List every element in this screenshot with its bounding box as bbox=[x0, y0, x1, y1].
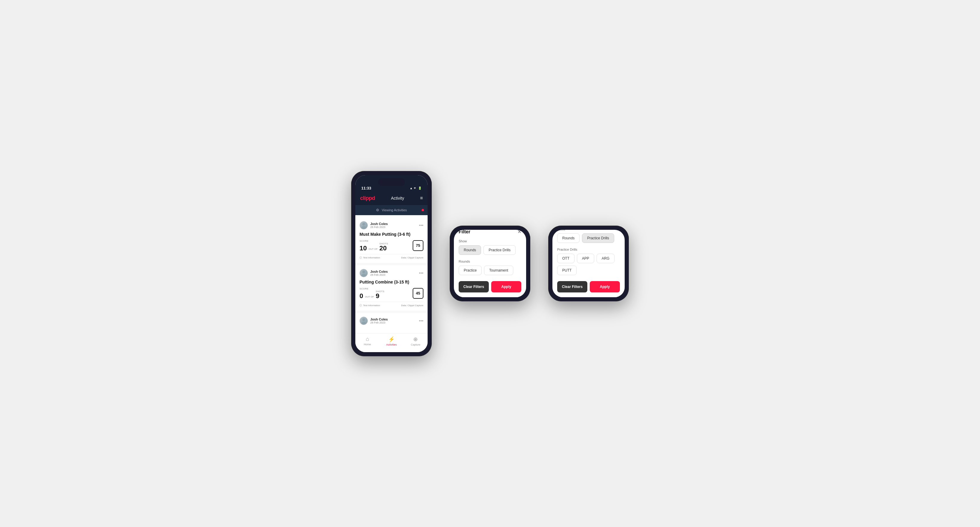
filter-icon: ⚙ bbox=[376, 208, 379, 212]
clear-filters-button[interactable]: Clear Filters bbox=[459, 281, 489, 292]
filter-btn-tournament[interactable]: Tournament bbox=[484, 265, 513, 275]
filter-btn-rounds[interactable]: Rounds bbox=[557, 233, 579, 243]
clear-filters-button[interactable]: Clear Filters bbox=[557, 281, 587, 292]
out-of-label: OUT OF bbox=[369, 248, 377, 250]
filter-btn-arg[interactable]: ARG bbox=[597, 254, 614, 263]
filter-btn-putt[interactable]: PUTT bbox=[557, 265, 577, 275]
user-details: Josh Coles 28 Feb 2023 bbox=[370, 317, 388, 324]
show-buttons: Rounds Practice Drills bbox=[557, 233, 620, 243]
activity-card: Josh Coles 28 Feb 2023 ••• Putting Combi… bbox=[355, 265, 428, 311]
app-header: clippd Activity ≡ bbox=[355, 193, 428, 205]
show-section: Show Rounds Practice Drills bbox=[557, 230, 620, 243]
nav-item-home[interactable]: ⌂ Home bbox=[355, 336, 380, 346]
user-name: Josh Coles bbox=[370, 270, 388, 273]
viewing-activities-bar[interactable]: ⚙ Viewing Activities bbox=[355, 205, 428, 215]
nav-label-home: Home bbox=[364, 343, 371, 346]
more-options-button[interactable]: ••• bbox=[419, 318, 423, 323]
avatar bbox=[360, 317, 368, 325]
activity-card: Josh Coles 28 Feb 2023 ••• bbox=[355, 313, 428, 331]
shots-value: 20 bbox=[380, 245, 388, 252]
nav-item-activities[interactable]: ⚡ Activities bbox=[380, 336, 404, 346]
activity-list: Josh Coles 28 Feb 2023 ••• Must Make Put… bbox=[355, 217, 428, 331]
status-icons: ▲ ᯤ 🔋 bbox=[410, 187, 422, 190]
score-value: 0 bbox=[360, 293, 363, 299]
drills-label: Practice Drills bbox=[557, 248, 620, 251]
card-footer: ⓘ Test Information Data: Clippd Capture bbox=[360, 302, 423, 307]
avatar-image bbox=[360, 221, 368, 229]
filter-btn-app[interactable]: APP bbox=[577, 254, 594, 263]
signal-icon: ▲ bbox=[410, 187, 413, 190]
nav-item-capture[interactable]: ⊕ Capture bbox=[403, 336, 428, 346]
phone-screen: 11:33 ▲ ᯤ 🔋 clippd Activity ≡ ⚙ Viewing … bbox=[552, 230, 625, 297]
dynamic-island bbox=[378, 178, 405, 186]
logo: clippd bbox=[360, 195, 375, 202]
user-info: Josh Coles 28 Feb 2023 bbox=[360, 269, 388, 277]
nav-label-capture: Capture bbox=[411, 343, 420, 346]
shot-quality-badge: 45 bbox=[413, 288, 423, 299]
user-details: Josh Coles 28 Feb 2023 bbox=[370, 270, 388, 276]
show-section: Show Rounds Practice Drills bbox=[459, 239, 521, 255]
nav-label-activities: Activities bbox=[386, 343, 397, 346]
filter-btn-rounds[interactable]: Rounds bbox=[459, 245, 481, 255]
card-footer: ⓘ Test Information Data: Clippd Capture bbox=[360, 254, 423, 259]
user-info: Josh Coles 28 Feb 2023 bbox=[360, 317, 388, 325]
rounds-buttons: Practice Tournament bbox=[459, 265, 521, 275]
more-options-button[interactable]: ••• bbox=[419, 271, 423, 275]
phone-screen: 11:33 ▲ ᯤ 🔋 clippd Activity ≡ ⚙ Viewing … bbox=[355, 175, 428, 352]
notification-dot bbox=[422, 209, 424, 211]
card-header: Josh Coles 28 Feb 2023 ••• bbox=[360, 317, 423, 325]
score-label: Score bbox=[360, 287, 384, 290]
activity-title: Must Make Putting (3-6 ft) bbox=[360, 232, 423, 237]
stats-row: Score 10 OUT OF Shots 20 75 bbox=[360, 240, 423, 252]
footer-info: ⓘ Test Information bbox=[360, 304, 380, 307]
bottom-nav: ⌂ Home ⚡ Activities ⊕ Capture bbox=[355, 333, 428, 352]
score-value: 10 bbox=[360, 245, 367, 252]
score-stat: Score 0 OUT OF Shots 9 bbox=[360, 287, 384, 299]
user-date: 28 Feb 2023 bbox=[370, 225, 388, 229]
filter-btn-practice-drills[interactable]: Practice Drills bbox=[582, 233, 614, 243]
svg-point-5 bbox=[361, 321, 366, 324]
filter-modal: Filter ✕ Show Rounds Practice Drills Rou… bbox=[454, 230, 526, 297]
shot-quality-value: 45 bbox=[416, 291, 420, 295]
home-icon: ⌂ bbox=[366, 336, 369, 342]
drills-section: Practice Drills OTT APP ARG PUTT bbox=[557, 248, 620, 275]
show-label: Show bbox=[459, 239, 521, 243]
card-header: Josh Coles 28 Feb 2023 ••• bbox=[360, 221, 423, 230]
more-options-button[interactable]: ••• bbox=[419, 223, 423, 228]
apply-button[interactable]: Apply bbox=[491, 281, 521, 292]
modal-footer: Clear Filters Apply bbox=[459, 281, 521, 292]
filter-btn-practice-drills[interactable]: Practice Drills bbox=[484, 245, 515, 255]
user-details: Josh Coles 28 Feb 2023 bbox=[370, 222, 388, 229]
score-label: Score bbox=[360, 240, 388, 242]
info-icon: ⓘ bbox=[360, 256, 362, 259]
footer-info: ⓘ Test Information bbox=[360, 256, 380, 259]
activity-card: Josh Coles 28 Feb 2023 ••• Must Make Put… bbox=[355, 217, 428, 263]
modal-close-button[interactable]: ✕ bbox=[517, 230, 521, 235]
header-title: Activity bbox=[391, 196, 404, 200]
shot-quality-value: 75 bbox=[416, 243, 420, 248]
svg-point-4 bbox=[362, 318, 365, 321]
filter-btn-ott[interactable]: OTT bbox=[557, 254, 574, 263]
filter-btn-practice[interactable]: Practice bbox=[459, 265, 482, 275]
menu-icon[interactable]: ≡ bbox=[420, 195, 423, 201]
filter-modal: Filter ✕ Show Rounds Practice Drills Pra… bbox=[552, 230, 625, 297]
apply-button[interactable]: Apply bbox=[590, 281, 620, 292]
shots-value: 9 bbox=[375, 293, 384, 299]
user-date: 28 Feb 2023 bbox=[370, 273, 388, 276]
viewing-activities-text: Viewing Activities bbox=[382, 208, 407, 212]
phone-filter-rounds: 11:33 ▲ ᯤ 🔋 clippd Activity ≡ ⚙ Viewing … bbox=[450, 225, 530, 302]
modal-title: Filter bbox=[459, 230, 470, 235]
avatar bbox=[360, 269, 368, 277]
avatar-image bbox=[360, 317, 368, 325]
drills-buttons: OTT APP ARG PUTT bbox=[557, 254, 620, 275]
user-name: Josh Coles bbox=[370, 222, 388, 225]
phone-filter-drills: 11:33 ▲ ᯤ 🔋 clippd Activity ≡ ⚙ Viewing … bbox=[548, 225, 629, 302]
card-header: Josh Coles 28 Feb 2023 ••• bbox=[360, 269, 423, 277]
shots-stat: Shots 9 bbox=[375, 290, 384, 299]
info-icon: ⓘ bbox=[360, 304, 362, 307]
wifi-icon: ᯤ bbox=[414, 187, 417, 190]
svg-point-0 bbox=[362, 222, 365, 225]
avatar-image bbox=[360, 269, 368, 277]
phone-activity-list: 11:33 ▲ ᯤ 🔋 clippd Activity ≡ ⚙ Viewing … bbox=[351, 171, 432, 356]
svg-point-1 bbox=[361, 226, 366, 229]
